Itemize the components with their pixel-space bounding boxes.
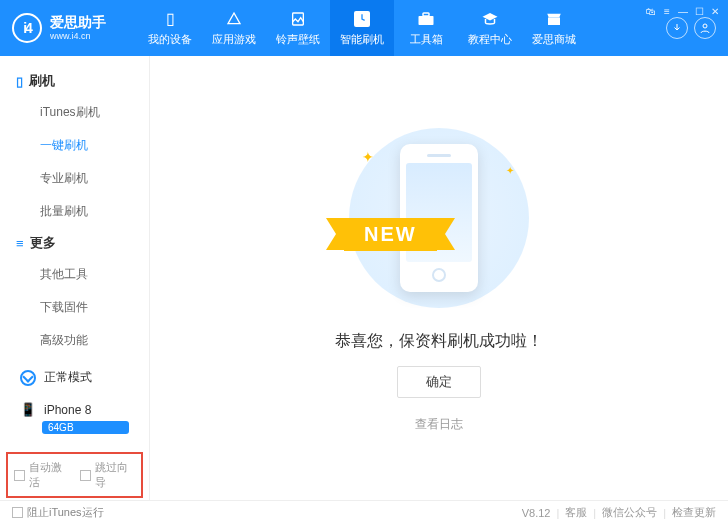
new-ribbon: NEW <box>344 218 437 251</box>
brand-title: 爱思助手 <box>50 14 106 31</box>
logo-area: i4 爱思助手 www.i4.cn <box>12 13 138 43</box>
maximize-icon[interactable]: ☐ <box>692 4 706 18</box>
device-mode[interactable]: 正常模式 <box>10 363 139 392</box>
wechat-link[interactable]: 微信公众号 <box>602 505 657 520</box>
refresh-icon <box>20 370 36 386</box>
cart-icon[interactable]: 🛍 <box>644 4 658 18</box>
tab-apps[interactable]: 应用游戏 <box>202 0 266 56</box>
svg-rect-2 <box>419 16 434 25</box>
wallpaper-icon <box>288 10 308 28</box>
phone-icon: ▯ <box>160 10 180 28</box>
success-message: 恭喜您，保资料刷机成功啦！ <box>335 331 543 352</box>
tab-my-device[interactable]: ▯ 我的设备 <box>138 0 202 56</box>
tab-store[interactable]: 爱思商城 <box>522 0 586 56</box>
main-content: ✦ ✦ ✦ NEW 恭喜您，保资料刷机成功啦！ 确定 查看日志 <box>150 56 728 500</box>
check-auto-activate[interactable]: 自动激活 <box>14 460 70 490</box>
sidebar-item-itunes-flash[interactable]: iTunes刷机 <box>0 96 149 129</box>
checkbox-icon <box>80 470 91 481</box>
checkbox-icon <box>14 470 25 481</box>
view-log-link[interactable]: 查看日志 <box>415 416 463 433</box>
more-icon: ≡ <box>16 236 24 251</box>
tutorial-icon <box>480 10 500 28</box>
svg-point-5 <box>703 24 707 28</box>
sidebar-item-advanced[interactable]: 高级功能 <box>0 324 149 357</box>
highlighted-options: 自动激活 跳过向导 <box>6 452 143 498</box>
app-header: i4 爱思助手 www.i4.cn ▯ 我的设备 应用游戏 铃声壁纸 智能刷 <box>0 0 728 56</box>
sidebar-group-more: ≡ 更多 <box>0 228 149 258</box>
sidebar-item-pro-flash[interactable]: 专业刷机 <box>0 162 149 195</box>
minimize-icon[interactable]: — <box>676 4 690 18</box>
tab-tutorials[interactable]: 教程中心 <box>458 0 522 56</box>
tab-toolbox[interactable]: 工具箱 <box>394 0 458 56</box>
check-skip-guide[interactable]: 跳过向导 <box>80 460 136 490</box>
top-tabs: ▯ 我的设备 应用游戏 铃声壁纸 智能刷机 工具箱 <box>138 0 666 56</box>
device-icon: 📱 <box>20 402 36 417</box>
apps-icon <box>224 10 244 28</box>
sidebar-item-download-firmware[interactable]: 下载固件 <box>0 291 149 324</box>
confirm-button[interactable]: 确定 <box>397 366 481 398</box>
toolbox-icon <box>416 10 436 28</box>
sidebar-item-other-tools[interactable]: 其他工具 <box>0 258 149 291</box>
sidebar-item-oneclick-flash[interactable]: 一键刷机 <box>0 129 149 162</box>
phone-outline-icon: ▯ <box>16 74 23 89</box>
user-button[interactable] <box>694 17 716 39</box>
tab-ringtones[interactable]: 铃声壁纸 <box>266 0 330 56</box>
download-button[interactable] <box>666 17 688 39</box>
check-block-itunes[interactable]: 阻止iTunes运行 <box>12 505 104 520</box>
brand-subtitle: www.i4.cn <box>50 31 106 42</box>
support-link[interactable]: 客服 <box>565 505 587 520</box>
sidebar: ▯ 刷机 iTunes刷机 一键刷机 专业刷机 批量刷机 ≡ 更多 其他工具 下… <box>0 56 150 500</box>
version-label: V8.12 <box>522 507 551 519</box>
status-bar: 阻止iTunes运行 V8.12 | 客服 | 微信公众号 | 检查更新 <box>0 500 728 524</box>
check-update-link[interactable]: 检查更新 <box>672 505 716 520</box>
close-icon[interactable]: ✕ <box>708 4 722 18</box>
success-illustration: ✦ ✦ ✦ NEW <box>334 123 544 313</box>
checkbox-icon <box>12 507 23 518</box>
sidebar-group-flash: ▯ 刷机 <box>0 66 149 96</box>
device-info[interactable]: 📱 iPhone 8 64GB <box>10 396 139 440</box>
storage-badge: 64GB <box>42 421 129 434</box>
sidebar-item-batch-flash[interactable]: 批量刷机 <box>0 195 149 228</box>
menu-icon[interactable]: ≡ <box>660 4 674 18</box>
logo-icon: i4 <box>12 13 42 43</box>
svg-rect-4 <box>548 17 560 25</box>
tab-flash[interactable]: 智能刷机 <box>330 0 394 56</box>
flash-icon <box>352 10 372 28</box>
store-icon <box>544 10 564 28</box>
svg-rect-3 <box>423 13 429 16</box>
